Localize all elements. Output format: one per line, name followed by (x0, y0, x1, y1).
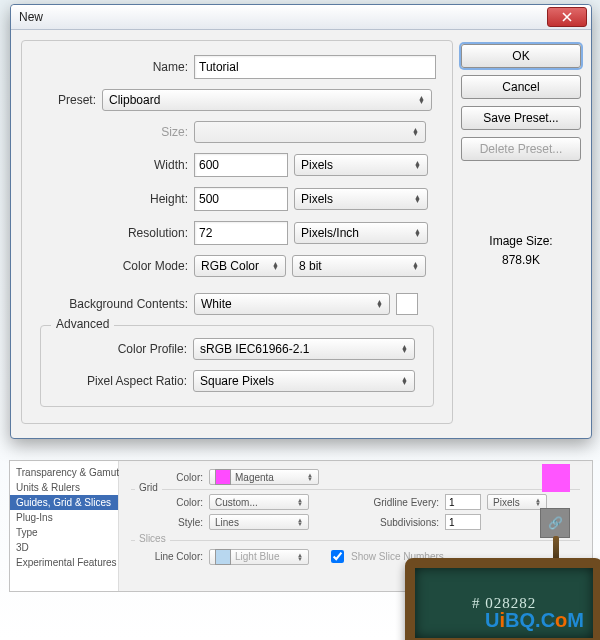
grid-link-icon[interactable]: 🔗 (540, 508, 570, 538)
name-label: Name: (38, 60, 188, 74)
magenta-preview-swatch[interactable] (542, 464, 570, 492)
bitdepth-select[interactable]: 8 bit (292, 255, 426, 277)
resolution-unit-select[interactable]: Pixels/Inch (294, 222, 428, 244)
sidebar-item[interactable]: Transparency & Gamut (10, 465, 118, 480)
grid-style-label: Style: (131, 517, 203, 528)
show-slice-numbers-checkbox[interactable] (331, 550, 344, 563)
ok-button[interactable]: OK (461, 44, 581, 68)
close-button[interactable] (547, 7, 587, 27)
cancel-button[interactable]: Cancel (461, 75, 581, 99)
titlebar: New (11, 5, 591, 30)
width-label: Width: (38, 158, 188, 172)
gridline-every-unit[interactable]: Pixels (487, 494, 547, 510)
grid-legend: Grid (135, 482, 162, 493)
prefs-sidebar: Transparency & Gamut Units & Rulers Guid… (10, 461, 119, 591)
save-preset-button[interactable]: Save Preset... (461, 106, 581, 130)
lightblue-swatch-icon (215, 549, 231, 565)
watermark: UiBQ.CoM (485, 609, 584, 632)
image-size-label: Image Size: (461, 232, 581, 251)
slices-linecolor-select[interactable]: Light Blue (209, 549, 309, 565)
advanced-legend: Advanced (51, 317, 114, 331)
gridline-every-input[interactable] (445, 494, 481, 510)
subdivisions-label: Subdivisions: (359, 517, 439, 528)
size-label: Size: (38, 125, 188, 139)
new-document-dialog: New Name: Preset: Clipboard Size: (10, 4, 592, 439)
dialog-title: New (19, 10, 43, 24)
height-label: Height: (38, 192, 188, 206)
image-size-info: Image Size: 878.9K (461, 232, 581, 270)
bgcontents-select[interactable]: White (194, 293, 390, 315)
sidebar-item[interactable]: Units & Rulers (10, 480, 118, 495)
gridline-every-label: Gridline Every: (359, 497, 439, 508)
preset-select[interactable]: Clipboard (102, 89, 432, 111)
slices-legend: Slices (135, 533, 170, 544)
colorprofile-select[interactable]: sRGB IEC61966-2.1 (193, 338, 415, 360)
sidebar-item[interactable]: Type (10, 525, 118, 540)
height-unit-select[interactable]: Pixels (294, 188, 428, 210)
colormode-label: Color Mode: (38, 259, 188, 273)
guides-color-select[interactable]: Magenta (209, 469, 319, 485)
guides-color-label: Color: (131, 472, 203, 483)
grid-style-select[interactable]: Lines (209, 514, 309, 530)
settings-panel: Name: Preset: Clipboard Size: Width: (21, 40, 453, 424)
resolution-label: Resolution: (38, 226, 188, 240)
bgcontents-label: Background Contents: (38, 297, 188, 311)
delete-preset-button[interactable]: Delete Preset... (461, 137, 581, 161)
width-input[interactable] (194, 153, 288, 177)
size-select (194, 121, 426, 143)
sidebar-item[interactable]: Plug-Ins (10, 510, 118, 525)
close-icon (562, 12, 572, 22)
image-size-value: 878.9K (461, 251, 581, 270)
grid-color-label: Color: (131, 497, 203, 508)
pixelaspect-select[interactable]: Square Pixels (193, 370, 415, 392)
sidebar-item[interactable]: Experimental Features (10, 555, 118, 570)
height-input[interactable] (194, 187, 288, 211)
grid-color-select[interactable]: Custom... (209, 494, 309, 510)
pixelaspect-label: Pixel Aspect Ratio: (53, 374, 187, 388)
name-input[interactable] (194, 55, 436, 79)
resolution-input[interactable] (194, 221, 288, 245)
subdivisions-input[interactable] (445, 514, 481, 530)
slices-linecolor-label: Line Color: (131, 551, 203, 562)
width-unit-select[interactable]: Pixels (294, 154, 428, 176)
sidebar-item[interactable]: 3D (10, 540, 118, 555)
magenta-swatch-icon (215, 469, 231, 485)
advanced-fieldset: Advanced Color Profile: sRGB IEC61966-2.… (40, 325, 434, 407)
sidebar-item-selected[interactable]: Guides, Grid & Slices (10, 495, 118, 510)
colorprofile-label: Color Profile: (53, 342, 187, 356)
button-column: OK Cancel Save Preset... Delete Preset..… (461, 40, 581, 424)
colormode-select[interactable]: RGB Color (194, 255, 286, 277)
preset-label: Preset: (38, 93, 96, 107)
bgcolor-swatch[interactable] (396, 293, 418, 315)
